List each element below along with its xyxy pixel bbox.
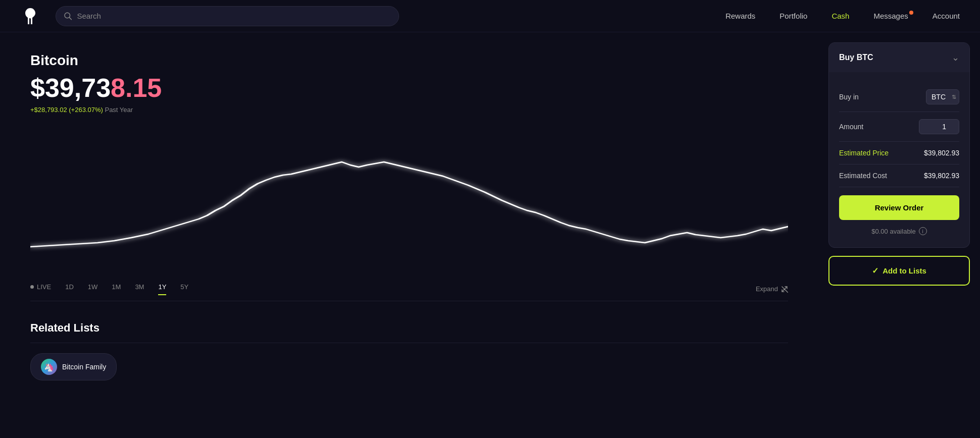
nav-rewards[interactable]: Rewards — [725, 12, 755, 20]
expand-icon — [781, 286, 788, 293]
filter-1y[interactable]: 1Y — [158, 283, 166, 295]
buy-in-label: Buy in — [839, 93, 859, 101]
messages-notification-dot — [909, 11, 913, 15]
right-panel: Buy BTC ⌄ Buy in BTC USD Amount — [818, 32, 980, 438]
buy-widget-title: Buy BTC — [839, 53, 873, 62]
header-nav: Rewards Portfolio Cash Messages Account — [725, 12, 960, 20]
estimated-cost-label: Estimated Cost — [839, 172, 887, 180]
add-to-lists-button[interactable]: ✓ Add to Lists — [828, 256, 970, 286]
header: Rewards Portfolio Cash Messages Account — [0, 0, 980, 32]
search-bar[interactable] — [56, 6, 399, 26]
filter-1w[interactable]: 1W — [88, 283, 98, 295]
buy-widget: Buy BTC ⌄ Buy in BTC USD Amount — [828, 42, 970, 248]
asset-change: +$28,793.02 (+263.07%) Past Year — [30, 106, 788, 114]
main-content: Bitcoin $39,738.15 +$28,793.02 (+263.07%… — [0, 32, 980, 438]
left-panel: Bitcoin $39,738.15 +$28,793.02 (+263.07%… — [0, 32, 818, 438]
estimated-cost-value: $39,802.93 — [924, 172, 959, 180]
amount-input[interactable] — [919, 119, 959, 134]
live-dot — [30, 285, 34, 289]
asset-price-prefix: $39,73 — [30, 73, 111, 102]
buy-in-select[interactable]: BTC USD — [926, 89, 959, 104]
add-to-lists-label: Add to Lists — [883, 266, 926, 275]
list-item-bitcoin-family[interactable]: 🦄 Bitcoin Family — [30, 353, 117, 380]
available-row: $0.00 available i — [839, 220, 959, 237]
nav-account[interactable]: Account — [933, 12, 960, 20]
available-label: $0.00 available — [871, 228, 915, 235]
amount-row: Amount — [839, 112, 959, 142]
filter-1d[interactable]: 1D — [65, 283, 74, 295]
chevron-down-icon[interactable]: ⌄ — [952, 52, 959, 63]
buy-widget-header: Buy BTC ⌄ — [829, 43, 969, 72]
filter-1m[interactable]: 1M — [112, 283, 121, 295]
nav-messages[interactable]: Messages — [873, 12, 908, 20]
nav-cash[interactable]: Cash — [831, 12, 849, 20]
asset-price: $39,738.15 — [30, 73, 788, 103]
estimated-price-label: Estimated Price — [839, 149, 889, 157]
asset-price-highlight: 8.15 — [111, 73, 162, 102]
buy-in-select-wrapper: BTC USD — [926, 89, 959, 104]
logo-icon[interactable] — [20, 6, 40, 26]
related-lists-title: Related Lists — [30, 321, 788, 335]
asset-name: Bitcoin — [30, 52, 788, 69]
estimated-cost-row: Estimated Cost $39,802.93 — [839, 165, 959, 187]
amount-label: Amount — [839, 123, 863, 131]
review-order-button[interactable]: Review Order — [839, 195, 959, 220]
buy-in-row: Buy in BTC USD — [839, 82, 959, 112]
price-chart — [30, 126, 788, 267]
estimated-price-value: $39,802.93 — [924, 149, 959, 157]
checkmark-icon: ✓ — [872, 266, 878, 276]
time-filters: LIVE 1D 1W 1M 3M 1Y 5Y Expand — [30, 277, 788, 301]
nav-portfolio[interactable]: Portfolio — [779, 12, 807, 20]
filter-live[interactable]: LIVE — [30, 283, 51, 295]
expand-label: Expand — [756, 285, 778, 293]
bitcoin-family-avatar: 🦄 — [41, 359, 57, 375]
search-input[interactable] — [77, 12, 390, 20]
filter-3m[interactable]: 3M — [135, 283, 144, 295]
asset-period: Past Year — [105, 106, 133, 114]
search-icon — [64, 12, 72, 20]
bitcoin-family-name: Bitcoin Family — [62, 363, 106, 371]
expand-button[interactable]: Expand — [756, 285, 788, 293]
related-lists-divider — [30, 343, 788, 343]
svg-point-0 — [65, 13, 70, 18]
info-icon[interactable]: i — [919, 227, 927, 235]
filter-5y[interactable]: 5Y — [180, 283, 188, 295]
estimated-price-row: Estimated Price $39,802.93 — [839, 142, 959, 165]
buy-widget-body: Buy in BTC USD Amount Estimated Price — [829, 72, 969, 247]
